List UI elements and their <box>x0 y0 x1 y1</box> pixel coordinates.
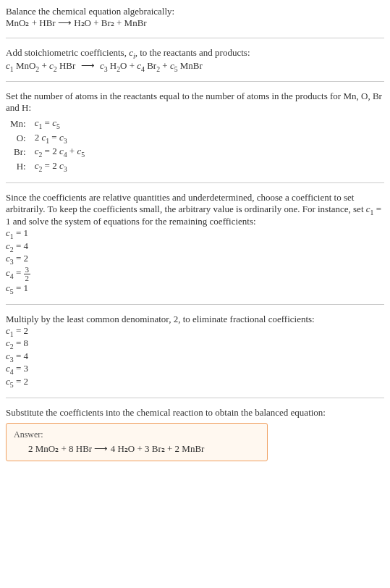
coef-value: c3 = 4 <box>6 350 384 364</box>
value: = 2 <box>14 325 28 336</box>
table-row: Br: c2 = 2 c4 + c5 <box>6 145 89 159</box>
value: = 2 <box>14 376 28 387</box>
divider <box>6 398 384 398</box>
divider <box>6 38 384 38</box>
species: MnO <box>14 60 36 71</box>
answer-label: Answer: <box>14 429 260 440</box>
element-label: Br: <box>6 145 30 159</box>
text-fragment: Add stoichiometric coefficients, <box>6 47 129 58</box>
step1-section: Add stoichiometric coefficients, ci, to … <box>6 47 384 72</box>
step4-text: Multiply by the least common denominator… <box>6 314 384 325</box>
fraction: 32 <box>24 266 31 282</box>
table-row: Mn: c1 = c5 <box>6 117 89 131</box>
arrow: ⟶ <box>78 60 100 71</box>
coef-sub: 3 <box>64 136 67 144</box>
element-label: Mn: <box>6 117 30 131</box>
coef-value: c3 = 2 <box>6 253 384 266</box>
plus: + <box>160 60 170 71</box>
coef-value: c1 = 1 <box>6 227 384 240</box>
table-row: O: 2 c1 = c3 <box>6 131 89 146</box>
species: H <box>108 60 117 71</box>
element-equation: c2 = 2 c3 <box>30 159 89 174</box>
divider <box>6 81 384 82</box>
coef-value: c5 = 2 <box>6 376 384 389</box>
species: MnBr <box>178 60 203 71</box>
value: = 4 <box>14 350 28 361</box>
fraction-den: 2 <box>24 274 31 282</box>
coef-sub: 3 <box>64 165 67 173</box>
value: = 8 <box>14 337 28 348</box>
divider <box>6 182 384 183</box>
coef-value: c1 = 2 <box>6 325 384 338</box>
text-fragment: Since the coefficients are relative quan… <box>6 192 366 214</box>
element-equation: c2 = 2 c4 + c5 <box>30 145 89 159</box>
element-label: O: <box>6 131 30 146</box>
species: Br <box>145 60 156 71</box>
element-equation: c1 = c5 <box>30 117 89 131</box>
step2-text: Set the number of atoms in the reactants… <box>6 91 384 114</box>
intro-text: Balance the chemical equation algebraica… <box>6 6 384 17</box>
coef-sub: 5 <box>56 122 60 130</box>
element-label: H: <box>6 159 30 174</box>
value: = 1 <box>14 227 28 238</box>
coef-value: c4 = 32 <box>6 266 384 282</box>
text-fragment: , to the reactants and products: <box>135 47 250 58</box>
answer-equation: 2 MnO₂ + 8 HBr ⟶ 4 H₂O + 3 Br₂ + 2 MnBr <box>14 443 260 455</box>
coef-value: c2 = 4 <box>6 240 384 253</box>
final-text: Substitute the coefficients into the che… <box>6 407 384 419</box>
atom-equations-table: Mn: c1 = c5 O: 2 c1 = c3 Br: c2 = 2 c4 +… <box>6 117 89 173</box>
value: = <box>14 267 24 278</box>
species: HBr <box>57 60 78 71</box>
equals: = 2 <box>42 160 59 171</box>
prefix: 2 <box>35 132 42 143</box>
coef-value: c2 = 8 <box>6 337 384 350</box>
final-section: Substitute the coefficients into the che… <box>6 407 384 461</box>
coef-value: c4 = 3 <box>6 363 384 376</box>
step3-text: Since the coefficients are relative quan… <box>6 192 384 228</box>
answer-box: Answer: 2 MnO₂ + 8 HBr ⟶ 4 H₂O + 3 Br₂ +… <box>6 423 268 461</box>
step4-section: Multiply by the least common denominator… <box>6 314 384 389</box>
step2-section: Set the number of atoms in the reactants… <box>6 91 384 173</box>
step3-section: Since the coefficients are relative quan… <box>6 192 384 295</box>
value: = 4 <box>14 240 28 251</box>
value: = 2 <box>14 253 28 264</box>
value: = 3 <box>14 363 28 374</box>
table-row: H: c2 = 2 c3 <box>6 159 89 174</box>
equals: = 2 <box>42 146 59 156</box>
value: = 1 <box>14 282 28 293</box>
equals: = <box>42 117 52 128</box>
intro-section: Balance the chemical equation algebraica… <box>6 6 384 29</box>
element-equation: 2 c1 = c3 <box>30 131 89 146</box>
intro-equation: MnO₂ + HBr ⟶ H₂O + Br₂ + MnBr <box>6 17 384 29</box>
coef-sub: 5 <box>81 151 85 159</box>
coef-value: c5 = 1 <box>6 282 384 295</box>
step1-equation: c1 MnO2 + c2 HBr ⟶ c3 H2O + c4 Br2 + c5 … <box>6 60 384 73</box>
divider <box>6 304 384 305</box>
plus: + <box>67 146 77 156</box>
step1-text: Add stoichiometric coefficients, ci, to … <box>6 47 384 60</box>
species: O + <box>120 60 137 71</box>
equals: = <box>49 132 59 143</box>
plus: + <box>39 60 49 71</box>
